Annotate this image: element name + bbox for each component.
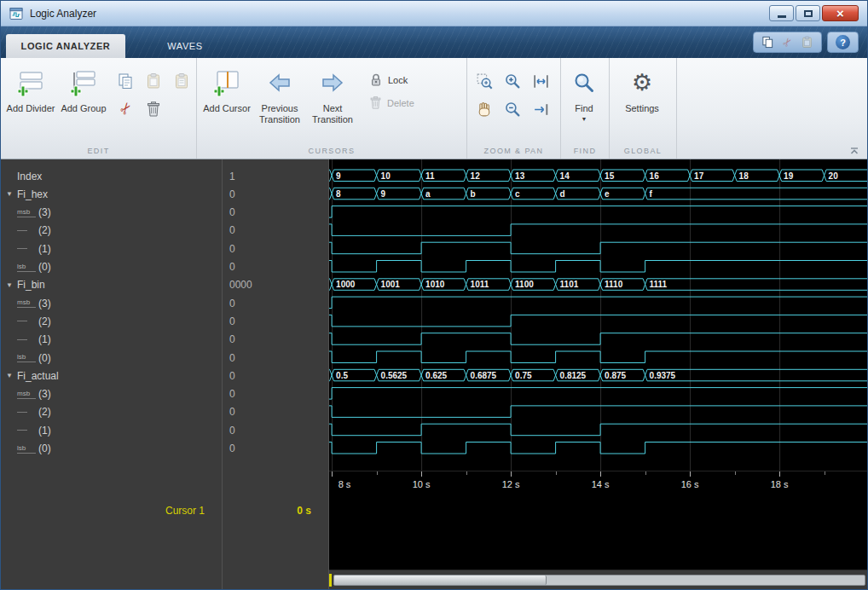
channel-name-row[interactable]: (1) <box>1 421 222 439</box>
channel-name: Fi_actual <box>17 370 59 382</box>
zoom-to-cursor-button[interactable] <box>530 99 551 119</box>
copy-button[interactable] <box>115 71 136 91</box>
lock-cursor-button[interactable]: Lock <box>369 72 414 87</box>
bit-lsb-tag: lsb <box>17 444 36 454</box>
channel-value: 0 <box>223 385 328 403</box>
channel-name: Fi_bin <box>17 279 45 291</box>
bus-value-label: 14 <box>560 171 570 181</box>
channel-name-row[interactable]: msb(3) <box>1 204 222 222</box>
bit-waveform <box>329 424 868 436</box>
tree-line <box>17 339 38 340</box>
previous-transition-label: Previous Transition <box>253 103 306 125</box>
tab-logic-analyzer[interactable]: LOGIC ANALYZER <box>6 34 125 58</box>
waveform-canvas[interactable]: 9101112131415161718192089abcdef100010011… <box>329 159 868 471</box>
bus-value-label: 11 <box>425 171 435 181</box>
bit-msb-tag: msb <box>17 208 36 217</box>
channel-name-row[interactable]: msb(3) <box>1 385 222 403</box>
qat-copy-icon[interactable] <box>761 36 774 49</box>
help-button[interactable]: ? <box>836 35 850 49</box>
channel-value: 0 <box>223 222 328 240</box>
channel-name-row[interactable]: ▼Fi_bin <box>1 276 222 294</box>
channel-name-row[interactable]: ▼Fi_actual <box>1 367 222 385</box>
channel-value: 0 <box>223 349 328 367</box>
tab-waves[interactable]: WAVES <box>125 34 245 58</box>
maximize-button[interactable] <box>796 5 820 21</box>
bus-value-label: 1001 <box>381 280 401 289</box>
bus-value-label: 12 <box>471 171 481 181</box>
collapse-toolstrip-button[interactable] <box>849 146 859 155</box>
app-icon <box>9 7 23 20</box>
settings-button[interactable]: ⚙ Settings <box>616 61 668 114</box>
section-find: Find ▼ FIND <box>561 58 610 159</box>
cursor-position-marker[interactable] <box>329 574 332 587</box>
channel-name-row[interactable]: (1) <box>1 240 222 257</box>
horizontal-scrollbar[interactable] <box>333 575 865 586</box>
minimize-button[interactable] <box>769 5 794 21</box>
zoom-in-button[interactable] <box>502 71 523 91</box>
close-button[interactable]: × <box>822 5 859 21</box>
cut-button[interactable]: ✂ <box>115 99 136 119</box>
find-button[interactable]: Find ▼ <box>562 61 606 122</box>
waveform-panel[interactable]: 9101112131415161718192089abcdef100010011… <box>329 159 868 589</box>
channel-names-panel[interactable]: Cursor 1 Index▼Fi_hexmsb(3)(2)(1)lsb(0)▼… <box>1 159 223 589</box>
add-divider-label: Add Divider <box>7 103 55 114</box>
bus-value-label: 9 <box>336 171 341 181</box>
bit-waveform <box>329 261 868 273</box>
bit-waveform <box>329 242 868 254</box>
find-dropdown-caret-icon: ▼ <box>582 116 587 122</box>
bus-value-label: 0.5625 <box>381 371 408 380</box>
cursor-label[interactable]: Cursor 1 <box>165 505 205 517</box>
add-cursor-button[interactable]: Add Cursor <box>200 61 253 114</box>
bit-waveform <box>329 388 868 400</box>
tree-line <box>17 321 38 321</box>
delete-cursor-button: Delete <box>369 95 414 110</box>
expander-icon[interactable]: ▼ <box>6 372 17 379</box>
bus-value-label: 0.6875 <box>471 371 497 380</box>
channel-name: Fi_hex <box>17 188 48 200</box>
channel-name-row[interactable]: Index <box>1 167 222 185</box>
channel-value: 0 <box>223 331 328 349</box>
pan-button[interactable] <box>474 99 495 119</box>
bus-value-label: 1110 <box>605 280 623 289</box>
tree-line <box>17 230 38 231</box>
channel-name-row[interactable]: lsb(0) <box>1 349 222 367</box>
channel-value: 0000 <box>223 276 328 294</box>
bit-waveform <box>329 224 868 236</box>
channel-value: 0 <box>223 240 328 257</box>
channel-name: (3) <box>38 388 51 400</box>
zoom-out-button[interactable] <box>502 99 523 119</box>
close-icon: × <box>836 7 844 20</box>
delete-button[interactable] <box>143 99 164 119</box>
bus-value-label: 0.875 <box>605 371 626 380</box>
zoom-in-region-button[interactable] <box>474 71 495 91</box>
section-edit-label: EDIT <box>1 144 196 159</box>
add-group-button[interactable]: Add Group <box>57 61 110 114</box>
channel-name-row[interactable]: lsb(0) <box>1 258 222 276</box>
axis-tick-label: 12 s <box>494 479 528 489</box>
channel-name-row[interactable]: msb(3) <box>1 294 222 312</box>
section-zoom-pan-label: ZOOM & PAN <box>467 144 560 159</box>
channel-name-row[interactable]: ▼Fi_hex <box>1 185 222 203</box>
add-cursor-icon <box>212 66 241 100</box>
bit-lsb-tag: lsb <box>17 353 36 362</box>
channel-name-row[interactable]: (2) <box>1 403 222 421</box>
fit-to-view-button[interactable] <box>530 71 551 91</box>
channel-name-row[interactable]: lsb(0) <box>1 440 222 458</box>
previous-transition-button[interactable]: Previous Transition <box>253 61 306 125</box>
add-divider-button[interactable]: Add Divider <box>4 61 57 114</box>
expander-icon[interactable]: ▼ <box>6 190 17 198</box>
settings-gear-icon: ⚙ <box>632 66 652 100</box>
channel-value: 0 <box>223 204 328 222</box>
channel-name: (2) <box>38 224 51 236</box>
titlebar[interactable]: Logic Analyzer × <box>1 1 867 26</box>
channel-name-row[interactable]: (2) <box>1 312 222 330</box>
expander-icon[interactable]: ▼ <box>6 281 17 289</box>
channel-name-row[interactable]: (2) <box>1 222 222 240</box>
channel-value: 0 <box>223 440 328 458</box>
bus-value-label: 10 <box>381 171 391 181</box>
bit-lsb-tag: lsb <box>17 263 36 272</box>
next-transition-button[interactable]: Next Transition <box>306 61 359 125</box>
section-global-label: GLOBAL <box>610 144 676 159</box>
channel-name-row[interactable]: (1) <box>1 331 222 349</box>
scrollbar-thumb[interactable] <box>334 576 547 585</box>
